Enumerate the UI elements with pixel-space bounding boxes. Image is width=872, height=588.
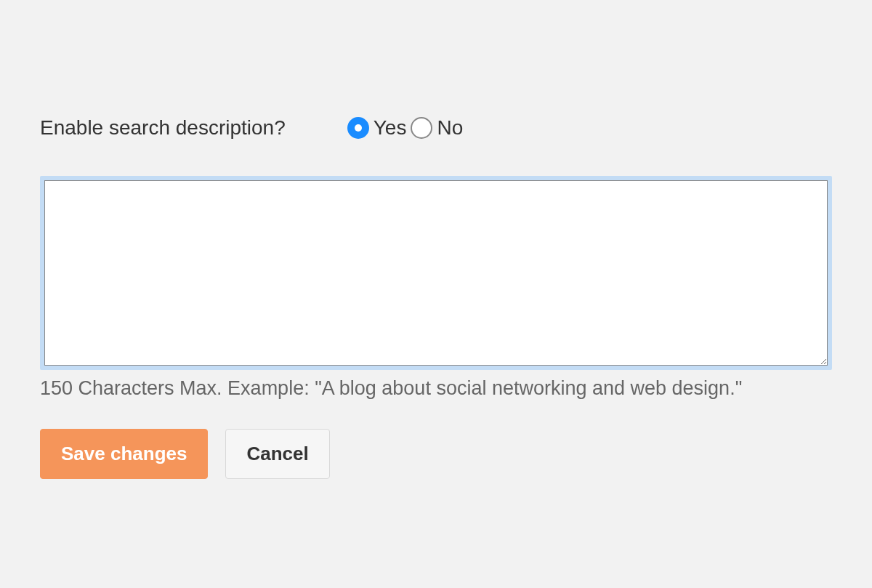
- radio-yes-label: Yes: [374, 116, 407, 140]
- button-row: Save changes Cancel: [40, 429, 832, 479]
- description-textarea-wrap: [40, 176, 832, 370]
- radio-icon: [347, 117, 369, 139]
- enable-search-label: Enable search description?: [40, 116, 286, 140]
- cancel-button[interactable]: Cancel: [225, 429, 329, 479]
- radio-no-label: No: [437, 116, 463, 140]
- enable-search-row: Enable search description? Yes No: [40, 116, 832, 140]
- description-help-text: 150 Characters Max. Example: "A blog abo…: [40, 377, 832, 400]
- description-textarea[interactable]: [44, 180, 828, 366]
- save-button[interactable]: Save changes: [40, 429, 208, 479]
- radio-yes[interactable]: Yes: [347, 116, 407, 140]
- radio-no[interactable]: No: [411, 116, 463, 140]
- enable-search-radio-group: Yes No: [347, 116, 463, 140]
- radio-icon: [411, 117, 432, 139]
